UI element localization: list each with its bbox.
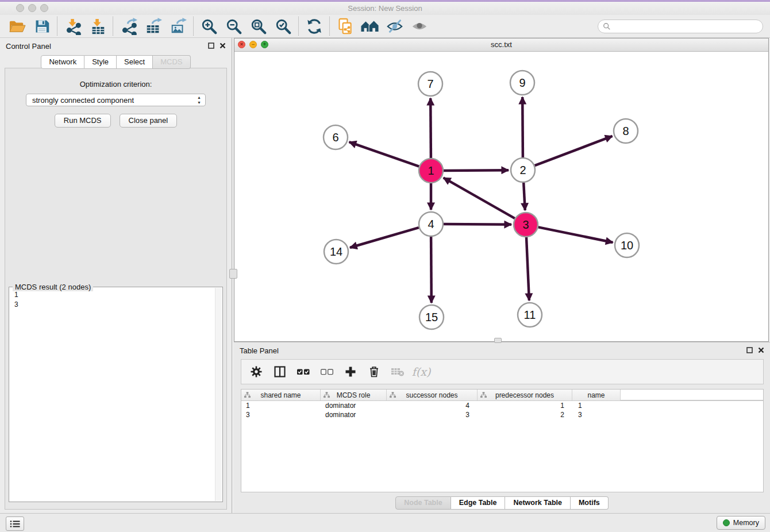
table-cell[interactable]: dominator: [321, 410, 387, 419]
show-all-button[interactable]: [407, 16, 432, 37]
memory-button[interactable]: Memory: [717, 516, 765, 530]
select-all-button[interactable]: [297, 365, 310, 379]
export-network-button[interactable]: [116, 16, 141, 37]
graph-edge-2-3[interactable]: [523, 183, 525, 210]
close-panel-button[interactable]: Close panel: [120, 114, 178, 128]
graph-edge-1-6[interactable]: [349, 142, 419, 167]
column-header-successor-nodes[interactable]: successor nodes: [387, 390, 478, 400]
graph-edge-3-11[interactable]: [526, 237, 529, 300]
table-cell[interactable]: 1: [241, 401, 321, 410]
horizontal-splitter-grip[interactable]: [494, 338, 502, 343]
column-layout-button[interactable]: [273, 365, 287, 379]
tab-select[interactable]: Select: [117, 55, 153, 69]
table-cell[interactable]: 4: [387, 401, 478, 410]
export-table-button[interactable]: [141, 16, 165, 37]
zoom-selected-button[interactable]: [271, 16, 295, 37]
tab-node-table[interactable]: Node Table: [395, 496, 451, 510]
column-header-name[interactable]: name: [572, 390, 621, 400]
tab-motifs[interactable]: Motifs: [571, 496, 609, 510]
duplicate-network-button[interactable]: [333, 16, 357, 37]
graph-edge-1-2[interactable]: [444, 170, 509, 171]
criterion-select[interactable]: strongly connected component ▲▼: [26, 94, 206, 106]
graph-node-15[interactable]: 15: [419, 305, 444, 329]
table-row[interactable]: 3dominator323: [241, 410, 763, 419]
zoom-in-button[interactable]: [197, 16, 221, 37]
network-graph[interactable]: 7968124310141511: [234, 51, 768, 341]
graph-edge-2-8[interactable]: [535, 136, 613, 165]
column-header-shared-name[interactable]: shared name: [241, 390, 321, 400]
export-image-button[interactable]: [165, 16, 190, 37]
float-table-panel-icon[interactable]: [746, 347, 753, 353]
graph-edge-3-1[interactable]: [444, 178, 515, 218]
task-history-button[interactable]: [6, 516, 24, 531]
float-panel-icon[interactable]: [208, 43, 214, 49]
memory-label: Memory: [733, 519, 759, 527]
graph-edge-1-7[interactable]: [430, 98, 431, 158]
graph-node-6[interactable]: 6: [324, 125, 348, 149]
table-settings-button[interactable]: [249, 365, 263, 379]
import-table-button[interactable]: [85, 16, 110, 37]
graph-node-3[interactable]: 3: [514, 213, 538, 237]
search-field[interactable]: [598, 20, 763, 33]
zoom-out-button[interactable]: [221, 16, 246, 37]
table-row[interactable]: 1dominator411: [241, 401, 763, 410]
graph-edge-2-9[interactable]: [522, 97, 523, 157]
save-session-button[interactable]: [29, 16, 54, 37]
tab-mcds[interactable]: MCDS: [153, 55, 190, 69]
import-network-button[interactable]: [60, 16, 85, 37]
minimize-window-button[interactable]: [28, 4, 36, 12]
deselect-all-button[interactable]: [320, 365, 334, 379]
graph-node-7[interactable]: 7: [418, 72, 442, 96]
tab-network[interactable]: Network: [41, 55, 84, 69]
column-header-mcds-role[interactable]: MCDS role: [321, 390, 387, 400]
toolbar-divider: [329, 17, 330, 36]
graph-edge-3-10[interactable]: [538, 227, 613, 242]
tab-style[interactable]: Style: [84, 55, 117, 69]
graph-edge-4-3[interactable]: [444, 224, 511, 225]
table-cell[interactable]: 3: [387, 410, 478, 419]
close-table-panel-icon[interactable]: [758, 347, 764, 353]
graph-node-2[interactable]: 2: [511, 158, 535, 182]
table-cell[interactable]: 1: [478, 401, 572, 410]
tab-network-table[interactable]: Network Table: [505, 496, 571, 510]
run-mcds-button[interactable]: Run MCDS: [55, 114, 111, 128]
graph-node-1[interactable]: 1: [419, 159, 443, 183]
network-close-button[interactable]: ×: [238, 41, 245, 48]
graph-node-4[interactable]: 4: [419, 212, 443, 236]
criterion-value: strongly connected component: [32, 96, 134, 105]
zoom-window-button[interactable]: [40, 4, 48, 12]
close-window-button[interactable]: [16, 4, 24, 12]
refresh-icon: [306, 18, 323, 35]
graph-edge-4-14[interactable]: [350, 228, 419, 248]
tab-edge-table[interactable]: Edge Table: [451, 496, 506, 510]
column-header-predecessor-nodes[interactable]: predecessor nodes: [478, 390, 572, 400]
graph-node-9[interactable]: 9: [510, 71, 534, 95]
graph-edge-4-15[interactable]: [431, 237, 432, 303]
close-panel-icon[interactable]: [220, 43, 226, 49]
open-session-button[interactable]: [5, 16, 29, 37]
network-canvas[interactable]: 7968124310141511: [234, 51, 768, 341]
export-image-icon: [170, 18, 187, 35]
add-column-button[interactable]: [344, 365, 357, 379]
graph-node-8[interactable]: 8: [614, 119, 638, 143]
refresh-view-button[interactable]: [302, 16, 326, 37]
table-cell[interactable]: dominator: [321, 401, 387, 410]
table-cell[interactable]: 3: [241, 410, 321, 419]
delete-selected-button[interactable]: [367, 365, 381, 379]
search-input[interactable]: [614, 21, 763, 32]
zoom-fit-icon: [250, 18, 267, 35]
graph-node-11[interactable]: 11: [518, 303, 542, 327]
network-minimize-button[interactable]: –: [249, 41, 257, 48]
network-maximize-button[interactable]: +: [261, 41, 268, 48]
graph-node-14[interactable]: 14: [324, 240, 348, 264]
vertical-splitter-grip[interactable]: [229, 269, 237, 279]
table-cell[interactable]: 1: [572, 401, 621, 410]
zoom-fit-button[interactable]: [246, 16, 271, 37]
first-neighbors-button[interactable]: [357, 16, 382, 37]
result-scrollbar[interactable]: [215, 288, 222, 501]
graph-node-10[interactable]: 10: [615, 233, 639, 257]
hide-selected-button[interactable]: [382, 16, 407, 37]
table-cell[interactable]: 2: [478, 410, 572, 419]
table-header-row: shared name MCDS role successor nodes pr…: [241, 390, 763, 401]
table-cell[interactable]: 3: [572, 410, 621, 419]
